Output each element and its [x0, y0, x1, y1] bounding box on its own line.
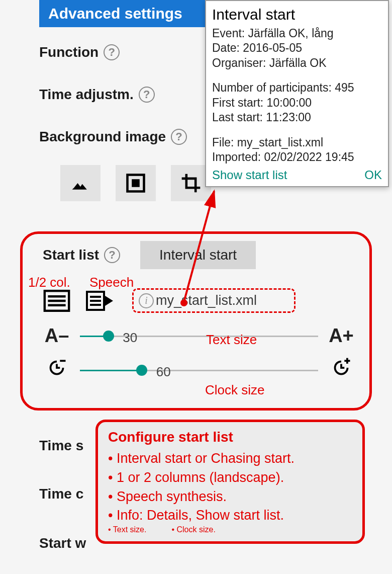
- text-size-value: 30: [123, 330, 137, 346]
- dialog-organiser: Organiser: Järfälla OK: [212, 56, 382, 70]
- label-time-c: Time c: [39, 486, 83, 502]
- label-start-list: Start list: [43, 247, 99, 263]
- annotation-text-size: Text size: [206, 332, 257, 348]
- speech-icon[interactable]: [86, 290, 114, 312]
- clock-smaller-icon[interactable]: [43, 358, 71, 382]
- info-dialog: Interval start Event: Järfälla OK, lång …: [205, 0, 389, 187]
- annotation-speech: Speech: [89, 275, 134, 290]
- label-function: Function: [39, 44, 99, 60]
- section-header: Advanced settings: [39, 0, 205, 27]
- help-icon[interactable]: ?: [171, 129, 187, 145]
- text-larger-icon[interactable]: A+: [327, 325, 355, 347]
- columns-icon[interactable]: [43, 290, 71, 312]
- tooltip-item: • Text size.: [108, 525, 146, 534]
- dialog-last-start: Last start: 11:23:00: [212, 110, 382, 125]
- image-icon[interactable]: [60, 165, 101, 201]
- tooltip-item: Info: Details, Show start list.: [108, 506, 352, 525]
- svg-marker-10: [105, 296, 113, 306]
- clock-larger-icon[interactable]: [327, 358, 355, 382]
- dialog-participants: Number of participants: 495: [212, 80, 382, 95]
- help-icon[interactable]: ?: [139, 87, 155, 103]
- help-icon[interactable]: ?: [104, 44, 120, 60]
- dialog-event: Event: Järfälla OK, lång: [212, 26, 382, 41]
- tooltip-item: • Clock size.: [171, 525, 215, 534]
- ok-button[interactable]: OK: [364, 168, 382, 182]
- clock-size-value: 60: [156, 364, 171, 380]
- dialog-date: Date: 2016-05-05: [212, 41, 382, 55]
- label-time-s: Time s: [39, 438, 83, 454]
- clock-size-slider[interactable]: 60: [80, 361, 318, 379]
- clock-size-slider-row: 60: [43, 358, 355, 382]
- dialog-imported: Imported: 02/02/2022 19:45: [212, 150, 382, 165]
- file-name: my_start_list.xml: [156, 293, 257, 308]
- annotation-columns: 1/2 col.: [28, 275, 70, 290]
- dialog-file: File: my_start_list.xml: [212, 135, 382, 150]
- start-list-file[interactable]: i my_start_list.xml: [132, 288, 296, 313]
- show-start-list-button[interactable]: Show start list: [212, 168, 287, 182]
- dialog-first-start: First start: 10:00:00: [212, 96, 382, 110]
- center-icon[interactable]: [116, 165, 156, 201]
- label-time-adjust: Time adjustm.: [39, 87, 134, 103]
- info-icon[interactable]: i: [139, 293, 154, 308]
- label-start-w: Start w: [39, 535, 86, 551]
- tooltip-configure: Configure start list Interval start or C…: [95, 420, 365, 544]
- text-size-slider[interactable]: 30: [80, 327, 318, 345]
- tooltip-item: 1 or 2 columns (landscape).: [108, 468, 352, 487]
- label-bg-image: Background image: [39, 129, 166, 145]
- annotation-clock-size: Clock size: [205, 382, 264, 398]
- text-size-slider-row: A– 30 A+: [43, 325, 355, 347]
- help-icon[interactable]: ?: [104, 247, 120, 263]
- dialog-title: Interval start: [212, 6, 382, 23]
- tooltip-item: Speech synthesis.: [108, 487, 352, 507]
- interval-start-button[interactable]: Interval start: [140, 241, 256, 269]
- start-list-highlight: Start list ? Interval start i my_start_l…: [20, 231, 372, 411]
- tooltip-item: Interval start or Chasing start.: [108, 449, 352, 468]
- svg-rect-1: [133, 181, 139, 186]
- text-smaller-icon[interactable]: A–: [43, 325, 71, 347]
- tooltip-title: Configure start list: [108, 429, 352, 445]
